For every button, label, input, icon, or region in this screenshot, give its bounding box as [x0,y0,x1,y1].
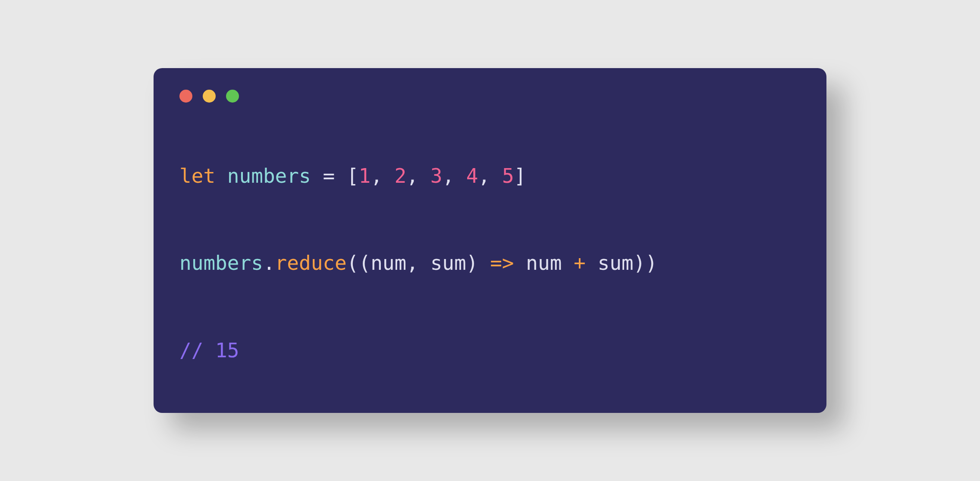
keyword-let: let [179,164,215,187]
arg-num: num [526,251,562,275]
minimize-button[interactable] [203,90,216,103]
arg-sum: sum [597,251,633,275]
maximize-button[interactable] [226,90,239,103]
param-sum: sum [430,251,466,275]
code-content: let numbers = [1, 2, 3, 4, 5] numbers.re… [179,154,801,372]
number-literal: 4 [466,164,478,187]
number-literal: 1 [358,164,371,187]
bracket-close: ] [514,164,526,187]
comment-output: // 15 [179,339,239,362]
operator-equals: = [323,164,335,187]
bracket-open: [ [347,164,359,187]
close-button[interactable] [179,90,192,103]
variable-numbers: numbers [179,251,263,275]
method-reduce: reduce [275,251,347,275]
arrow-function: => [490,251,514,275]
number-literal: 2 [395,164,407,187]
number-literal: 5 [502,164,514,187]
traffic-lights [179,90,801,103]
code-editor-window: let numbers = [1, 2, 3, 4, 5] numbers.re… [154,68,826,413]
variable-numbers: numbers [227,164,311,187]
operator-plus: + [574,251,586,275]
number-literal: 3 [430,164,443,187]
param-num: num [371,251,406,275]
